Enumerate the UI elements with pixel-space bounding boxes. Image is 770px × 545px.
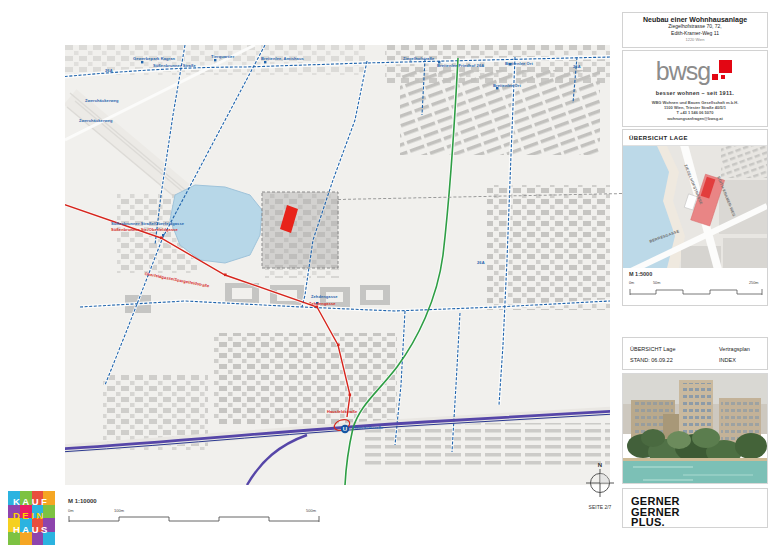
main-map-scale: M 1:10000 0m 100m 500m — [68, 498, 328, 523]
plan-index: INDEX — [719, 355, 750, 366]
page-number: SEITE 2/7 — [578, 504, 622, 510]
site-map: U 26AGewerbepark KagranTierquartierBreit… — [65, 45, 610, 485]
overview-title: ÜBERSICHT LAGE — [623, 130, 767, 146]
map-street-label: Gewerbepark Kagran — [133, 57, 175, 61]
overview-map: ZIEGELHOFSTRASSE EDITH-KRAMER-WEG BERRES… — [623, 146, 767, 268]
bwsg-contact: WBG Wohnen und Bauen Gesellschaft m.b.H.… — [623, 100, 767, 121]
gerner-logo: GERNER GERNER PLUS. — [623, 489, 767, 528]
kdh-wordmark: KAUF DEIN HAUS — [13, 495, 50, 537]
overview-panel: ÜBERSICHT LAGE — [622, 129, 768, 306]
main-scale-label: M 1:10000 — [68, 498, 328, 504]
tick: 0m — [68, 508, 74, 513]
bwsg-tagline: besser wohnen – seit 1911. — [623, 90, 767, 96]
map-street-label: Zehdengasse — [309, 302, 336, 306]
main-scale-ticks: 0m 100m 500m — [68, 508, 328, 514]
tick: 250m — [749, 281, 759, 285]
bwsg-email: wohnungsanfragen@bwsg.at — [623, 116, 767, 121]
gerner-line3: PLUS. — [631, 517, 767, 528]
north-arrow: N SEITE 2/7 — [578, 462, 622, 510]
compass-icon — [585, 468, 615, 498]
svg-text:U: U — [343, 426, 347, 432]
project-title: Neubau einer Wohnhausanlage — [623, 16, 767, 23]
map-street-label: Zwerchäckerweg — [85, 99, 119, 103]
map-street-label: Ziegelhofstraße — [403, 57, 434, 61]
map-street-label: Breitenlee Ort — [505, 62, 533, 66]
plan-sheet: U 26AGewerbepark KagranTierquartierBreit… — [0, 0, 770, 545]
rendering-image — [623, 374, 767, 484]
bwsg-logo: bwsg — [623, 59, 767, 87]
map-street-label: Breitenlee, Amtshaus — [261, 57, 304, 61]
project-address-2: Edith-Kramer-Weg 11 — [623, 30, 767, 37]
plan-category: Vertragsplan — [719, 344, 750, 355]
overview-map-graphics — [623, 146, 767, 268]
kdh-line2: DEIN — [13, 509, 50, 523]
map-street-label: Breitenlee Friedhof 26A — [437, 64, 484, 68]
kdh-line3: HAUS — [13, 523, 50, 537]
tick: 0m — [629, 281, 634, 285]
bwsg-pixel-mark-icon — [712, 59, 734, 85]
plan-info-block: ÜBERSICHT Lage STAND: 06.09.22 Vertragsp… — [622, 337, 768, 370]
bwsg-wordmark: bwsg — [656, 59, 710, 83]
bwsg-block: bwsg besser wohnen – seit 1911. WBG Wohn… — [622, 50, 768, 127]
map-street-label: Hausfeldstraße — [327, 410, 357, 414]
map-street-label: 26A — [477, 261, 485, 265]
ubahn-station-icon: U — [341, 425, 349, 433]
map-street-label: Breitenlee Ort — [493, 84, 521, 88]
kdh-line1: KAUF — [13, 495, 50, 509]
gerner-line1: GERNER — [631, 496, 767, 507]
kauf-dein-haus-logo: KAUF DEIN HAUS — [8, 491, 55, 545]
plan-date: STAND: 06.09.22 — [630, 355, 675, 366]
map-street-label: Hausfeldstraße — [353, 426, 383, 430]
overview-scale-ticks: 0m 50m 250m — [629, 281, 761, 287]
map-street-label: Zwerchäckerweg — [79, 119, 113, 123]
project-city: 1220 Wien — [623, 37, 767, 42]
map-street-label: 26A — [105, 69, 113, 73]
tick: 50m — [653, 281, 660, 285]
title-block: Neubau einer Wohnhausanlage Ziegelhofstr… — [622, 12, 768, 48]
project-rendering — [622, 373, 768, 484]
map-street-label: Süßenbrunner Str./Oberfeldgasse — [111, 228, 178, 232]
overview-scale-bar — [629, 288, 763, 296]
overview-scale: M 1:5000 0m 50m 250m — [623, 268, 767, 296]
map-street-label: Tierquartier — [211, 55, 234, 59]
architect-logo-block: GERNER GERNER PLUS. — [622, 488, 768, 528]
development-area-overlay — [262, 192, 338, 268]
tick: 100m — [114, 508, 124, 513]
main-scale-bar — [68, 515, 320, 523]
map-street-label: Süßenbrunner Straße/Oberfeldgasse — [111, 222, 184, 226]
tick: 500m — [306, 508, 316, 513]
map-street-label: 26A — [573, 65, 581, 69]
plan-type-label: ÜBERSICHT Lage — [630, 344, 675, 355]
map-street-label: Süßenbrunner Straße — [153, 64, 196, 68]
overview-scale-label: M 1:5000 — [629, 271, 761, 277]
map-street-label: Zehdengasse — [311, 295, 338, 299]
map-graphics: U — [65, 45, 610, 485]
